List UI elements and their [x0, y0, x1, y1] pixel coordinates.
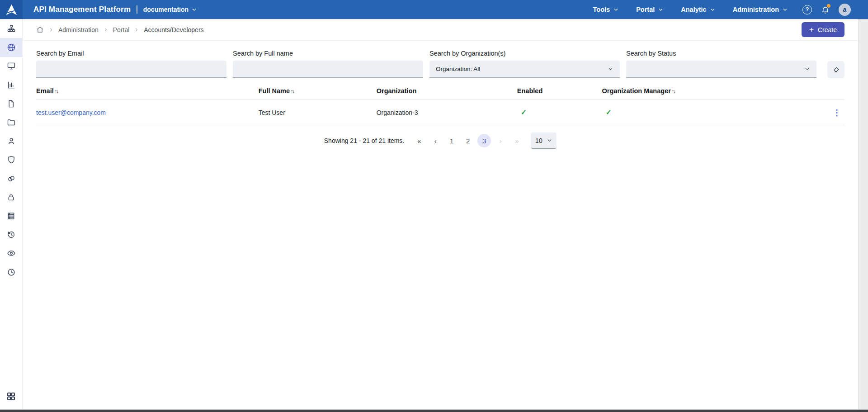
question-mark-icon: ?	[806, 6, 809, 13]
sidebar-item-link[interactable]	[0, 169, 22, 188]
search-email-input[interactable]	[36, 61, 226, 78]
logo-arrow-icon	[5, 4, 18, 16]
user-icon	[7, 137, 16, 146]
filter-full-name: Search by Full name	[233, 50, 423, 78]
sidebar-item-apps-grid[interactable]	[0, 387, 22, 406]
chevron-down-icon	[658, 7, 664, 13]
sort-icon[interactable]: ↑↓	[55, 89, 58, 94]
breadcrumb-portal[interactable]: Portal	[113, 26, 130, 33]
row-full-name: Test User	[259, 100, 377, 125]
sidebar-item-eye[interactable]	[0, 244, 22, 263]
main-content: Administration Portal Accounts/Developer…	[23, 19, 858, 409]
page-3-button[interactable]: 3	[477, 134, 491, 147]
nav-tools[interactable]: Tools	[593, 6, 619, 13]
filter-status: Search by Status	[626, 50, 816, 78]
document-icon	[7, 99, 15, 108]
sidebar-item-lock[interactable]	[0, 188, 22, 207]
home-icon[interactable]	[36, 26, 44, 33]
top-header: API Management Platform documentation To…	[0, 0, 868, 19]
sidebar-item-folder[interactable]	[0, 113, 22, 132]
first-page-button[interactable]: «	[412, 134, 426, 147]
link-icon	[7, 174, 16, 183]
organization-select-value: Organization: All	[436, 66, 480, 72]
filter-bar: Search by Email Search by Full name Sear…	[23, 41, 858, 78]
breadcrumb-row: Administration Portal Accounts/Developer…	[23, 19, 858, 41]
left-sidebar	[0, 19, 23, 409]
sort-icon[interactable]: ↑↓	[672, 89, 675, 94]
row-kebab-menu-icon[interactable]: ⋮	[833, 109, 841, 117]
sidebar-item-history[interactable]	[0, 225, 22, 244]
column-header-organization-manager[interactable]: Organization Manager↑↓	[602, 82, 826, 100]
nav-portal-label: Portal	[636, 6, 655, 13]
server-icon	[7, 212, 15, 220]
environment-label: documentation	[143, 6, 189, 13]
clock-icon	[7, 268, 16, 277]
breadcrumb: Administration Portal Accounts/Developer…	[36, 26, 204, 33]
filter-organizations-label: Search by Organization(s)	[429, 50, 620, 57]
sidebar-item-bar-chart[interactable]	[0, 76, 22, 94]
app-logo[interactable]	[0, 0, 23, 19]
column-header-enabled: Enabled	[517, 82, 602, 100]
avatar-letter: a	[843, 6, 847, 13]
environment-selector[interactable]: documentation	[143, 6, 197, 13]
sidebar-item-shield[interactable]	[0, 151, 22, 169]
notification-badge	[827, 4, 830, 8]
nav-portal[interactable]: Portal	[636, 6, 664, 13]
scrollbar-track[interactable]	[858, 19, 868, 409]
hierarchy-icon	[7, 24, 16, 33]
nav-analytic[interactable]: Analytic	[681, 6, 715, 13]
plus-icon: +	[809, 26, 814, 33]
clear-filters-button[interactable]	[827, 61, 844, 78]
status-select[interactable]	[626, 61, 816, 78]
create-button-label: Create	[818, 26, 837, 33]
chevron-down-icon	[191, 7, 197, 13]
breadcrumb-accounts-developers: Accounts/Developers	[144, 26, 203, 33]
breadcrumb-administration[interactable]: Administration	[58, 26, 99, 33]
sidebar-item-server[interactable]	[0, 207, 22, 225]
sidebar-item-monitor[interactable]	[0, 57, 22, 76]
filter-full-name-label: Search by Full name	[233, 50, 423, 57]
page-1-button[interactable]: 1	[445, 134, 458, 147]
create-button[interactable]: + Create	[802, 22, 844, 37]
nav-administration[interactable]: Administration	[733, 6, 788, 13]
sidebar-item-clock[interactable]	[0, 263, 22, 281]
sidebar-item-user[interactable]	[0, 132, 22, 150]
lock-icon	[7, 193, 15, 202]
column-header-full-name[interactable]: Full Name↑↓	[259, 82, 377, 100]
bar-chart-icon	[7, 81, 16, 90]
previous-page-button[interactable]: ‹	[429, 134, 442, 147]
sidebar-item-document[interactable]	[0, 95, 22, 113]
sidebar-item-portal-globe[interactable]	[0, 38, 22, 57]
chevron-down-icon	[804, 66, 810, 72]
page-2-button[interactable]: 2	[461, 134, 475, 147]
last-page-button[interactable]: »	[510, 134, 524, 147]
history-restore-icon	[7, 230, 16, 239]
row-email-link[interactable]: test.user@company.com	[36, 109, 106, 116]
shield-icon	[7, 155, 16, 164]
help-button[interactable]: ?	[802, 5, 812, 14]
column-organization-manager-label: Organization Manager	[602, 87, 671, 95]
chevron-right-icon	[104, 28, 108, 32]
chevron-down-icon	[613, 7, 619, 13]
filter-email-label: Search by Email	[36, 50, 226, 57]
column-email-label: Email	[36, 87, 54, 95]
column-header-email[interactable]: Email↑↓	[36, 82, 259, 100]
pagination-summary: Showing 21 - 21 of 21 items.	[324, 137, 404, 144]
table-row: test.user@company.com Test User Organiza…	[36, 100, 844, 125]
pagination: Showing 21 - 21 of 21 items. « ‹ 1 2 3 ›…	[23, 133, 858, 149]
search-full-name-input[interactable]	[233, 61, 423, 78]
notifications-button[interactable]	[821, 5, 830, 14]
nav-administration-label: Administration	[733, 6, 779, 13]
filter-email: Search by Email	[36, 50, 226, 78]
sidebar-item-hierarchy[interactable]	[0, 19, 22, 38]
filter-status-label: Search by Status	[626, 50, 816, 57]
user-avatar[interactable]: a	[839, 4, 851, 16]
filter-organizations: Search by Organization(s) Organization: …	[429, 50, 620, 78]
chevron-down-icon	[710, 7, 716, 13]
organization-select[interactable]: Organization: All	[429, 61, 620, 78]
chevron-down-icon	[547, 137, 552, 143]
sort-icon[interactable]: ↑↓	[291, 89, 294, 94]
next-page-button[interactable]: ›	[494, 134, 507, 147]
enabled-check-icon: ✓	[521, 109, 527, 116]
page-size-select[interactable]: 10	[531, 133, 557, 149]
